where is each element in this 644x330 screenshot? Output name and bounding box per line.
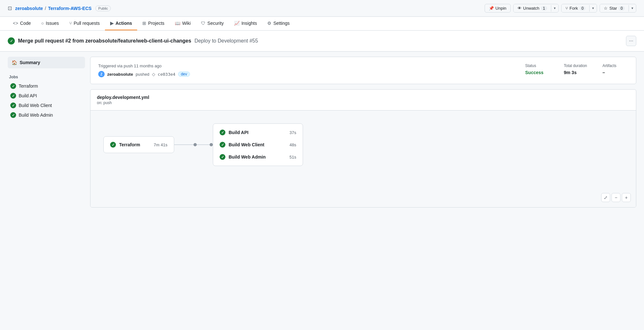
build-web-client-success-icon xyxy=(10,102,16,108)
fork-button[interactable]: ⑂ Fork 0 xyxy=(562,4,590,12)
workflow-header: deploy.development.yml on: push xyxy=(90,90,636,111)
nav-item-wiki[interactable]: 📖 Wiki xyxy=(170,17,196,30)
artifacts-section: Artifacts – xyxy=(602,63,628,75)
repo-name-link[interactable]: Terraform-AWS-ECS xyxy=(48,6,91,11)
status-label: Status xyxy=(525,63,551,68)
unpin-icon: 📌 xyxy=(489,6,494,11)
settings-icon: ⚙ xyxy=(267,21,271,26)
sidebar-job-build-api[interactable]: Build API xyxy=(8,91,85,101)
zoom-controls: ⤢ − + xyxy=(601,193,631,202)
build-api-node-label: Build API xyxy=(229,130,249,135)
sidebar-job-build-web-client[interactable]: Build Web Client xyxy=(8,101,85,110)
topbar-left: ⊡ zeroabsolute / Terraform-AWS-ECS Publi… xyxy=(8,5,111,11)
trigger-label: Triggered via push 11 months ago xyxy=(98,63,512,68)
sidebar-job-terraform[interactable]: Terraform xyxy=(8,81,85,91)
build-web-admin-node[interactable]: Build Web Admin 51s xyxy=(216,151,300,163)
duration-value: 9m 3s xyxy=(564,70,590,75)
parallel-nodes-container: Build API 37s Build Web Client 48s Build… xyxy=(213,123,303,166)
status-section: Status Success xyxy=(525,63,551,75)
issues-icon: ○ xyxy=(41,21,44,26)
build-web-client-node-icon xyxy=(220,142,225,148)
star-chevron-icon: ▾ xyxy=(631,6,633,10)
build-web-admin-node-label: Build Web Admin xyxy=(229,154,266,160)
zoom-in-button[interactable]: + xyxy=(622,193,631,202)
build-api-node-duration: 37s xyxy=(289,130,296,135)
nav-item-security[interactable]: 🛡 Security xyxy=(196,17,229,30)
terraform-success-icon xyxy=(10,83,16,89)
fork-chevron-icon: ▾ xyxy=(592,6,594,10)
connector xyxy=(174,143,213,146)
actions-icon: ▶ xyxy=(110,21,114,26)
commit-hash[interactable]: ce033e4 xyxy=(158,72,175,77)
build-api-success-icon xyxy=(10,93,16,99)
insights-icon: 📈 xyxy=(234,21,240,26)
nav-item-projects[interactable]: ⊞ Projects xyxy=(137,17,170,30)
run-title: Merge pull request #2 from zeroabsolute/… xyxy=(8,37,258,44)
run-subtitle: Deploy to Development #55 xyxy=(194,38,258,44)
run-header: Merge pull request #2 from zeroabsolute/… xyxy=(0,31,644,52)
topbar-right: 📌 Unpin 👁 Unwatch 1 ▾ ⑂ Fork 0 ▾ xyxy=(485,4,636,13)
star-dropdown[interactable]: ▾ xyxy=(629,5,636,12)
branch-badge: dev xyxy=(178,72,190,77)
diagram-nodes: Terraform 7m 41s xyxy=(103,123,623,166)
security-icon: 🛡 xyxy=(201,21,205,26)
star-button[interactable]: ☆ Star 0 xyxy=(600,4,629,12)
unpin-button[interactable]: 📌 Unpin xyxy=(485,4,511,13)
build-api-node[interactable]: Build API 37s xyxy=(216,126,300,139)
build-web-admin-success-icon xyxy=(10,112,16,118)
workflow-filename: deploy.development.yml xyxy=(97,95,630,100)
connector-dot-right xyxy=(210,143,213,146)
run-info-card: Triggered via push 11 months ago Z zeroa… xyxy=(90,57,636,84)
duration-section: Total duration 9m 3s xyxy=(564,63,590,75)
sidebar: 🏠 Summary Jobs Terraform Build API Build… xyxy=(8,57,85,208)
home-icon: 🏠 xyxy=(12,60,17,65)
expand-button[interactable]: ⤢ xyxy=(601,193,610,202)
main-content: Triggered via push 11 months ago Z zeroa… xyxy=(90,57,636,208)
fork-icon: ⑂ xyxy=(565,6,568,11)
star-icon: ☆ xyxy=(604,6,608,11)
nav-item-actions[interactable]: ▶ Actions xyxy=(105,17,137,30)
nav-item-pull-requests[interactable]: ⑂ Pull requests xyxy=(64,17,105,30)
terraform-node-label: Terraform xyxy=(119,142,140,147)
jobs-label: Jobs xyxy=(8,72,85,81)
sidebar-summary[interactable]: 🏠 Summary xyxy=(8,57,85,68)
fork-dropdown[interactable]: ▾ xyxy=(590,5,597,12)
repo-slash: / xyxy=(45,6,46,11)
more-options-button[interactable]: ··· xyxy=(626,36,636,46)
repo-owner-link[interactable]: zeroabsolute xyxy=(15,6,43,11)
main-layout: 🏠 Summary Jobs Terraform Build API Build… xyxy=(0,52,644,213)
nav-item-code[interactable]: <> Code xyxy=(8,17,36,30)
actor-name: zeroabsolute xyxy=(107,72,133,77)
run-title-text: Merge pull request #2 from zeroabsolute/… xyxy=(18,38,191,44)
pushed-label: pushed xyxy=(136,72,149,77)
terraform-node-duration: 7m 41s xyxy=(154,142,167,147)
connector-dot-left xyxy=(194,143,197,146)
nav-item-settings[interactable]: ⚙ Settings xyxy=(262,17,295,30)
build-web-admin-node-icon xyxy=(220,154,225,160)
terraform-node-icon xyxy=(110,142,116,148)
run-success-icon xyxy=(8,37,15,44)
nav-item-issues[interactable]: ○ Issues xyxy=(36,17,64,30)
zoom-out-button[interactable]: − xyxy=(611,193,620,202)
build-web-client-node[interactable]: Build Web Client 48s xyxy=(216,139,300,151)
jobs-section: Jobs Terraform Build API Build Web Clien… xyxy=(8,72,85,120)
sidebar-job-build-web-admin[interactable]: Build Web Admin xyxy=(8,110,85,120)
diagram-area: Terraform 7m 41s xyxy=(90,111,636,207)
avatar: Z xyxy=(98,71,105,77)
artifacts-value: – xyxy=(602,70,628,75)
artifacts-label: Artifacts xyxy=(602,63,628,68)
build-api-node-icon xyxy=(220,130,225,135)
nav-item-insights[interactable]: 📈 Insights xyxy=(229,17,262,30)
code-icon: <> xyxy=(13,21,18,26)
wiki-icon: 📖 xyxy=(175,21,180,26)
unwatch-dropdown[interactable]: ▾ xyxy=(551,5,558,12)
pull-requests-icon: ⑂ xyxy=(69,21,72,26)
public-badge: Public xyxy=(95,5,111,11)
eye-icon: 👁 xyxy=(517,6,522,11)
trigger-row: Z zeroabsolute pushed ◇ ce033e4 dev xyxy=(98,71,512,77)
unwatch-button[interactable]: 👁 Unwatch 1 xyxy=(514,4,551,12)
nav: <> Code ○ Issues ⑂ Pull requests ▶ Actio… xyxy=(0,17,644,31)
unwatch-chevron-icon: ▾ xyxy=(554,6,556,10)
workflow-trigger: on: push xyxy=(97,101,630,105)
terraform-node[interactable]: Terraform 7m 41s xyxy=(103,136,174,153)
